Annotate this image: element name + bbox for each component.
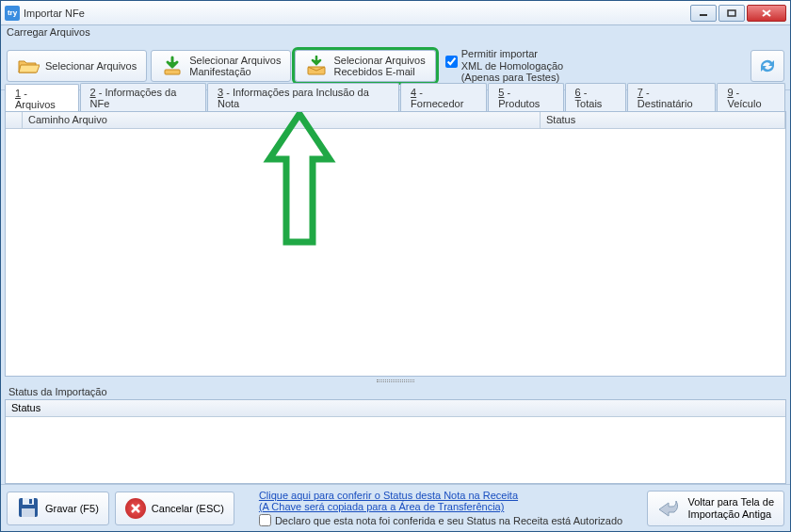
- tab-produtos[interactable]: 5 - Produtos: [488, 83, 563, 111]
- folder-open-icon: [17, 56, 40, 76]
- menubar: Carregar Arquivos: [1, 25, 790, 42]
- cancel-x-icon: [125, 498, 146, 519]
- download-green-icon: [161, 56, 184, 76]
- inbox-download-icon: [305, 56, 328, 76]
- selecionar-arquivos-button[interactable]: Selecionar Arquivos: [7, 50, 147, 82]
- close-button[interactable]: [747, 5, 786, 22]
- declaro-label: Declaro que esta nota foi conferida e se…: [275, 515, 622, 526]
- title-bar: try Importar NFe: [1, 1, 790, 25]
- conferir-status-link[interactable]: Clique aqui para conferir o Status desta…: [259, 490, 518, 501]
- maximize-icon: [727, 9, 736, 17]
- minimize-button[interactable]: [690, 5, 717, 22]
- grip-icon: [377, 379, 414, 382]
- tab-veiculo[interactable]: 9 - Veículo: [717, 83, 785, 111]
- svg-rect-8: [22, 508, 35, 517]
- voltar-importacao-antiga-button[interactable]: Voltar para Tela deImportação Antiga: [647, 491, 784, 526]
- selecionar-manifestacao-button[interactable]: Selecionar ArquivosManifestação: [151, 50, 291, 82]
- voltar-label: Voltar para Tela deImportação Antiga: [687, 496, 774, 519]
- app-icon: try: [5, 6, 20, 21]
- refresh-icon: [756, 56, 779, 76]
- gravar-label: Gravar (F5): [45, 503, 99, 514]
- files-grid-header: Caminho Arquivo Status: [6, 112, 785, 129]
- minimize-icon: [699, 9, 708, 17]
- window-title: Importar NFe: [24, 8, 690, 19]
- refresh-button[interactable]: [751, 50, 784, 82]
- status-section-label: Status da Importação: [5, 384, 786, 399]
- window-frame: try Importar NFe Carregar Arquivos Selec…: [0, 0, 791, 532]
- gravar-button[interactable]: Gravar (F5): [7, 492, 109, 525]
- svg-rect-7: [23, 498, 34, 505]
- tab-inclusao-nota[interactable]: 3 - Informações para Inclusão da Nota: [207, 83, 399, 111]
- svg-rect-4: [165, 70, 180, 74]
- back-arrow-icon: [657, 497, 682, 520]
- footer-info: Clique aqui para conferir o Status desta…: [240, 490, 642, 526]
- svg-rect-9: [29, 499, 32, 504]
- tab-strip: 1 - Arquivos 2 - Informações da NFe 3 - …: [1, 90, 790, 111]
- footer: Gravar (F5) Cancelar (ESC) Clique aqui p…: [1, 484, 790, 531]
- tab-informacoes-nfe[interactable]: 2 - Informações da NFe: [80, 83, 206, 111]
- selecionar-recebidos-email-label: Selecionar ArquivosRecebidos E-mail: [333, 55, 425, 77]
- selecionar-arquivos-label: Selecionar Arquivos: [45, 60, 137, 72]
- menu-carregar-arquivos[interactable]: Carregar Arquivos: [7, 26, 90, 38]
- cancelar-label: Cancelar (ESC): [152, 503, 224, 514]
- status-section: Status da Importação Status: [5, 384, 786, 484]
- permitir-homologacao-checkbox[interactable]: [445, 56, 458, 68]
- permitir-homologacao-option: Permitir importar XML de Homologação (Ap…: [440, 46, 569, 86]
- selecionar-manifestacao-label: Selecionar ArquivosManifestação: [189, 55, 281, 77]
- status-grid[interactable]: Status: [5, 399, 786, 484]
- window-controls: [690, 5, 786, 22]
- declaro-checkbox[interactable]: [259, 514, 271, 526]
- permitir-homologacao-label: Permitir importar XML de Homologação (Ap…: [461, 48, 563, 84]
- col-status[interactable]: Status: [541, 112, 785, 128]
- col-caminho-arquivo[interactable]: Caminho Arquivo: [23, 112, 541, 128]
- copiar-chave-link[interactable]: (A Chave será copiada para a Área de Tra…: [259, 501, 504, 512]
- splitter[interactable]: [5, 377, 786, 384]
- tab-arquivos[interactable]: 1 - Arquivos: [5, 84, 79, 112]
- status-col[interactable]: Status: [6, 400, 785, 417]
- tab-destinatario[interactable]: 7 - Destinatário: [627, 83, 717, 111]
- selecionar-recebidos-email-button[interactable]: Selecionar ArquivosRecebidos E-mail: [295, 50, 435, 82]
- files-grid[interactable]: Caminho Arquivo Status: [5, 111, 786, 377]
- tab-totais[interactable]: 6 - Totais: [565, 83, 626, 111]
- maximize-button[interactable]: [718, 5, 745, 22]
- annotation-arrow: [262, 111, 337, 261]
- tab-fornecedor[interactable]: 4 - Fornecedor: [400, 83, 487, 111]
- close-icon: [762, 9, 771, 17]
- cancelar-button[interactable]: Cancelar (ESC): [115, 492, 234, 525]
- col-selector: [6, 112, 23, 128]
- svg-rect-1: [728, 10, 735, 16]
- save-disk-icon: [17, 496, 40, 521]
